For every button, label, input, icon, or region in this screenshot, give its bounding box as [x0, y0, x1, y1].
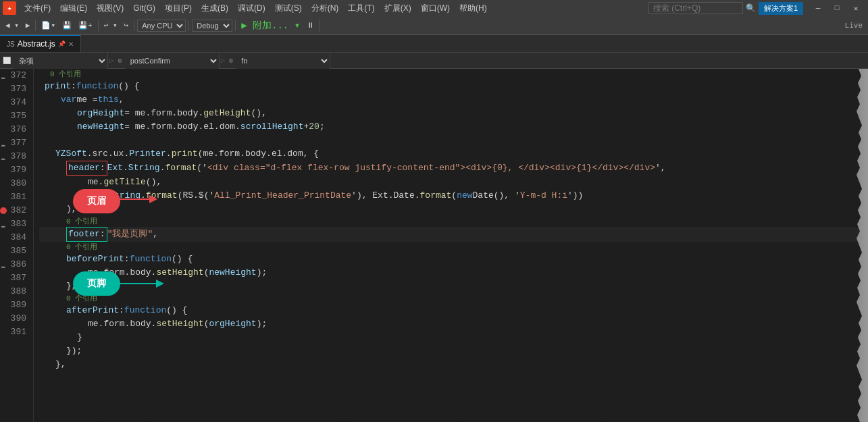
- code-line-375: newHeight = me.form.body.el.dom.scrollHe…: [39, 120, 868, 134]
- str-footer-value: "我是页脚": [107, 228, 153, 241]
- prop-orgHeight: orgHeight: [77, 107, 124, 120]
- line-378: ▬ 378: [0, 150, 30, 163]
- breadcrumb-separator-1: ▷: [108, 56, 116, 65]
- redo-button[interactable]: ↪: [122, 20, 132, 31]
- toolbar-separator-3: [134, 20, 134, 31]
- code-line-389: });: [39, 344, 868, 358]
- ref-count-pre: 0 个引用: [50, 69, 81, 80]
- prop-printer: Printer: [129, 147, 166, 161]
- prop-string-378: String: [128, 161, 160, 175]
- toolbar-separator-5: [235, 20, 236, 31]
- line-389: 389: [0, 298, 30, 312]
- breadcrumb-separator-2: ▷: [220, 56, 227, 65]
- menu-debug[interactable]: 调试(D): [234, 1, 270, 16]
- torn-paper-bottom: [34, 410, 868, 422]
- line-376: 376: [0, 123, 30, 136]
- code-line-378: header: Ext.String.format('<div class="d…: [39, 161, 868, 176]
- fn-format-date: format: [420, 189, 452, 203]
- line-374: 374: [0, 96, 30, 109]
- solution-button[interactable]: 解决方案1: [759, 2, 803, 15]
- maximize-button[interactable]: □: [827, 0, 846, 16]
- kw-function-386: function: [124, 304, 166, 317]
- code-line-387: me.form.body.setHeight(orgHeight);: [39, 317, 868, 331]
- menu-view[interactable]: 视图(V): [93, 1, 128, 16]
- pause-button[interactable]: ⏸: [304, 20, 317, 31]
- prop-afterPrint: afterPrint: [66, 304, 119, 317]
- code-area[interactable]: 0 个引用 print: function () { var me = this…: [34, 69, 868, 422]
- forward-button[interactable]: ▶: [23, 20, 33, 31]
- prop-ext-378: Ext: [107, 161, 123, 175]
- tab-pinned-icon: 📌: [58, 41, 66, 47]
- close-button[interactable]: ✕: [846, 0, 865, 16]
- menu-git[interactable]: Git(G): [129, 2, 159, 14]
- ref-count-beforeprint: 0 个引用: [66, 242, 97, 253]
- menu-extend[interactable]: 扩展(X): [380, 1, 415, 16]
- breadcrumb-select-3[interactable]: fn: [236, 53, 330, 69]
- menu-edit[interactable]: 编辑(E): [56, 1, 91, 16]
- search-input[interactable]: [648, 2, 743, 14]
- search-area: 🔍 解决方案1 — □ ✕: [648, 0, 865, 16]
- config-dropdown[interactable]: Any CPU: [137, 20, 186, 32]
- code-line-374: orgHeight = me.form.body.getHeight(),: [39, 107, 868, 120]
- code-ref-count-footer: 0 个引用: [39, 216, 868, 227]
- breadcrumb-select-1[interactable]: 杂项: [14, 53, 108, 69]
- breadcrumb-icon-1: ⬜: [0, 57, 14, 65]
- line-377: ▬ 377: [0, 136, 30, 150]
- live-share-button[interactable]: Live: [842, 20, 865, 31]
- breakpoint-382[interactable]: [0, 207, 7, 214]
- code-line-372: print: function () {: [39, 80, 868, 93]
- menu-help[interactable]: 帮助(H): [455, 1, 491, 16]
- menu-build[interactable]: 生成(B): [197, 1, 232, 16]
- menu-tools[interactable]: 工具(T): [344, 1, 378, 16]
- tab-bar: JS Abstract.js 📌 ✕: [0, 35, 868, 53]
- save-button[interactable]: 💾: [59, 20, 74, 31]
- window-controls: — □ ✕: [809, 0, 865, 16]
- prop-print: print: [45, 80, 71, 93]
- new-button[interactable]: 📄▾: [39, 20, 58, 31]
- line-372: ▬ 372: [0, 69, 30, 82]
- menu-test[interactable]: 测试(S): [271, 1, 306, 16]
- header-arrow: [118, 192, 159, 206]
- breadcrumb-select-2[interactable]: postConfirm: [125, 53, 220, 69]
- prop-footer: footer: [68, 229, 100, 239]
- line-391: 391: [0, 325, 30, 339]
- line-385: 385: [0, 244, 30, 258]
- str-div-class: <div class="d-flex flex-row justify-cont…: [207, 161, 655, 175]
- minimize-button[interactable]: —: [809, 0, 827, 16]
- menu-analyze[interactable]: 分析(N): [307, 1, 343, 16]
- footer-outlined: footer:: [66, 227, 107, 242]
- kw-function-383: function: [130, 253, 172, 266]
- fn-print: print: [172, 147, 198, 161]
- prop-newHeight: newHeight: [77, 120, 124, 134]
- toolbar-separator-1: [35, 20, 36, 31]
- menu-window[interactable]: 窗口(W): [417, 1, 454, 16]
- fn-getHeight: getHeight: [203, 107, 251, 120]
- back-button[interactable]: ◀ ▾: [3, 20, 22, 31]
- tab-abstract-js[interactable]: JS Abstract.js 📌 ✕: [0, 35, 81, 52]
- footer-callout-label: 页脚: [87, 278, 106, 290]
- header-outlined: header:: [66, 161, 107, 176]
- editor-container: ▬ 372 373 374 375 376 ▬ 377 ▬ 378 379 38…: [0, 69, 868, 422]
- code-line-388: }: [39, 331, 868, 344]
- code-ref-count-beforeprint: 0 个引用: [39, 242, 868, 253]
- tab-close-button[interactable]: ✕: [68, 41, 74, 48]
- kw-this-373: this: [98, 93, 119, 107]
- code-line-391: [39, 371, 868, 385]
- prop-newHeight-384: newHeight: [209, 266, 256, 280]
- code-ref-count-afterprint: 0 个引用: [39, 293, 868, 304]
- kw-var-373: var: [61, 93, 76, 107]
- breadcrumb-icon-3: ⚙: [226, 57, 236, 65]
- run-button[interactable]: ▶ 附加... ▾: [238, 18, 303, 33]
- project-dropdown[interactable]: Debug: [192, 20, 232, 32]
- prop-beforePrint: beforePrint: [66, 253, 124, 266]
- prop-header: header: [68, 163, 100, 173]
- prop-orgHeight-387: orgHeight: [209, 317, 256, 331]
- code-ref-count-pre: 0 个引用: [39, 69, 868, 80]
- line-gutter: ▬ 372 373 374 375 376 ▬ 377 ▬ 378 379 38…: [0, 69, 34, 422]
- code-line-376: [39, 134, 868, 147]
- undo-button[interactable]: ↩ ▾: [101, 20, 120, 31]
- save-all-button[interactable]: 💾+: [76, 20, 95, 31]
- menu-project[interactable]: 项目(P): [161, 1, 196, 16]
- header-callout: 页眉: [73, 189, 120, 213]
- menu-file[interactable]: 文件(F): [20, 1, 55, 16]
